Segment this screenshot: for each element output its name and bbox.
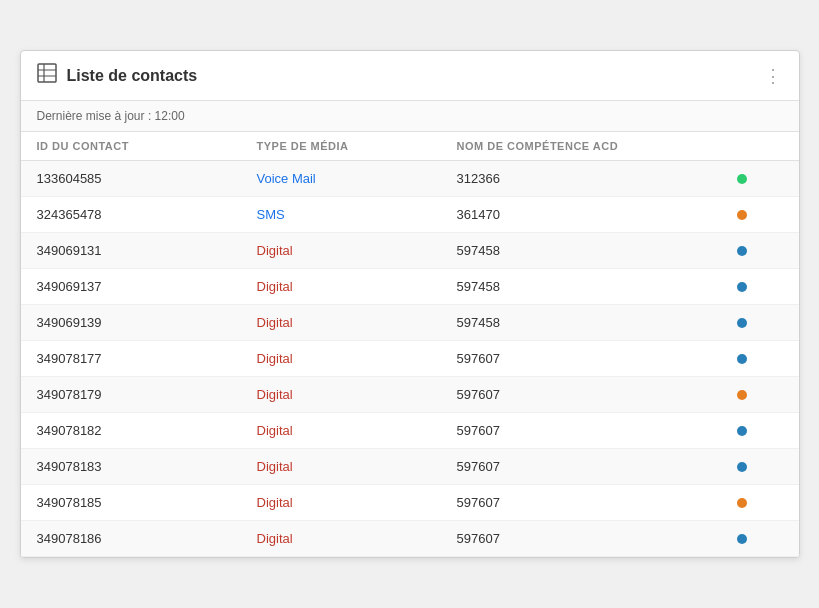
svg-rect-0	[38, 64, 56, 82]
status-dot	[737, 354, 747, 364]
cell-acd-name: 312366	[457, 171, 737, 186]
table-row: 349078183 Digital 597607	[21, 449, 799, 485]
cell-media-type: Voice Mail	[257, 171, 457, 186]
status-dot	[737, 426, 747, 436]
status-dot	[737, 210, 747, 220]
table-row: 349069137 Digital 597458	[21, 269, 799, 305]
cell-contact-id: 349069137	[37, 279, 257, 294]
cell-acd-name: 597607	[457, 351, 737, 366]
status-dot	[737, 534, 747, 544]
header-left: Liste de contacts	[37, 63, 198, 88]
cell-media-type: Digital	[257, 243, 457, 258]
cell-acd-name: 597607	[457, 495, 737, 510]
status-dot	[737, 174, 747, 184]
cell-media-type: SMS	[257, 207, 457, 222]
cell-acd-name: 361470	[457, 207, 737, 222]
col-header-status	[737, 140, 777, 152]
col-header-id: ID DU CONTACT	[37, 140, 257, 152]
col-header-acd: NOM DE COMPÉTENCE ACD	[457, 140, 737, 152]
cell-contact-id: 349078177	[37, 351, 257, 366]
status-dot	[737, 462, 747, 472]
table-row: 349078182 Digital 597607	[21, 413, 799, 449]
last-update-bar: Dernière mise à jour : 12:00	[21, 101, 799, 132]
cell-contact-id: 349078185	[37, 495, 257, 510]
table-row: 349078185 Digital 597607	[21, 485, 799, 521]
cell-acd-name: 597607	[457, 387, 737, 402]
status-dot	[737, 282, 747, 292]
cell-contact-id: 349078179	[37, 387, 257, 402]
cell-media-type: Digital	[257, 351, 457, 366]
status-dot	[737, 246, 747, 256]
cell-contact-id: 349078182	[37, 423, 257, 438]
cell-acd-name: 597607	[457, 459, 737, 474]
page-title: Liste de contacts	[67, 67, 198, 85]
col-header-media: TYPE DE MÉDIA	[257, 140, 457, 152]
cell-acd-name: 597458	[457, 279, 737, 294]
cell-media-type: Digital	[257, 315, 457, 330]
cell-media-type: Digital	[257, 387, 457, 402]
table-row: 324365478 SMS 361470	[21, 197, 799, 233]
status-dot	[737, 318, 747, 328]
cell-contact-id: 324365478	[37, 207, 257, 222]
cell-contact-id: 349069131	[37, 243, 257, 258]
table-row: 349069131 Digital 597458	[21, 233, 799, 269]
table-row: 349078177 Digital 597607	[21, 341, 799, 377]
cell-media-type: Digital	[257, 279, 457, 294]
cell-acd-name: 597458	[457, 243, 737, 258]
table-row: 349078186 Digital 597607	[21, 521, 799, 557]
cell-acd-name: 597607	[457, 423, 737, 438]
cell-media-type: Digital	[257, 531, 457, 546]
table-header-row: ID DU CONTACT TYPE DE MÉDIA NOM DE COMPÉ…	[21, 132, 799, 161]
cell-contact-id: 349069139	[37, 315, 257, 330]
table-body: 133604585 Voice Mail 312366 324365478 SM…	[21, 161, 799, 557]
contact-list-card: Liste de contacts ⋮ Dernière mise à jour…	[20, 50, 800, 558]
card-header: Liste de contacts ⋮	[21, 51, 799, 101]
cell-media-type: Digital	[257, 423, 457, 438]
table-row: 349069139 Digital 597458	[21, 305, 799, 341]
cell-contact-id: 349078186	[37, 531, 257, 546]
cell-media-type: Digital	[257, 495, 457, 510]
more-options-icon[interactable]: ⋮	[764, 65, 783, 87]
cell-acd-name: 597607	[457, 531, 737, 546]
table-icon	[37, 63, 57, 88]
table-row: 349078179 Digital 597607	[21, 377, 799, 413]
table-row: 133604585 Voice Mail 312366	[21, 161, 799, 197]
cell-contact-id: 133604585	[37, 171, 257, 186]
status-dot	[737, 390, 747, 400]
cell-media-type: Digital	[257, 459, 457, 474]
cell-acd-name: 597458	[457, 315, 737, 330]
last-update-label: Dernière mise à jour : 12:00	[37, 109, 185, 123]
cell-contact-id: 349078183	[37, 459, 257, 474]
status-dot	[737, 498, 747, 508]
